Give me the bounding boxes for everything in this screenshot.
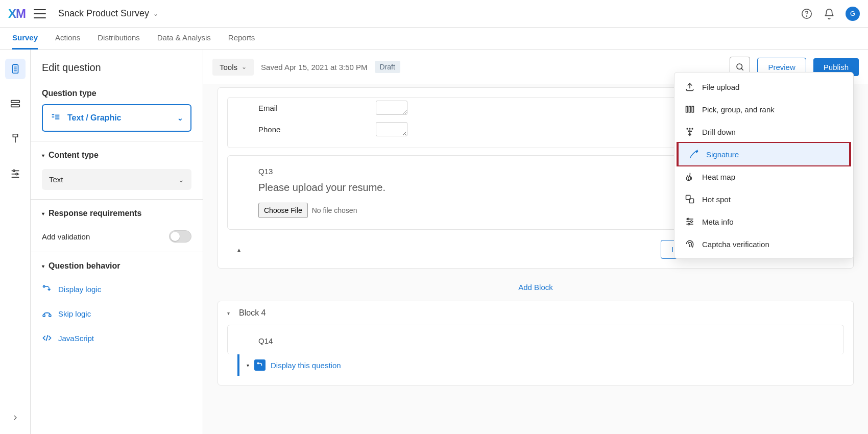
tab-data-analysis[interactable]: Data & Analysis — [157, 28, 211, 50]
add-block-link[interactable]: Add Block — [203, 280, 868, 301]
tab-actions[interactable]: Actions — [55, 28, 80, 50]
menu-signature[interactable]: Signature — [679, 143, 849, 165]
tab-reports[interactable]: Reports — [228, 28, 255, 50]
tools-button[interactable]: Tools ⌄ — [212, 59, 254, 76]
email-input[interactable] — [376, 101, 407, 115]
chevron-down-icon: ⌄ — [177, 114, 183, 122]
rail-expand-icon[interactable] — [11, 414, 19, 424]
display-logic-button[interactable]: Display logic — [31, 277, 203, 301]
menu-hot-spot[interactable]: Hot spot — [674, 188, 853, 210]
svg-point-33 — [691, 131, 692, 132]
email-label: Email — [258, 104, 376, 112]
svg-point-30 — [689, 128, 690, 129]
display-logic-icon — [42, 284, 52, 294]
svg-rect-26 — [686, 106, 688, 112]
tab-distributions[interactable]: Distributions — [98, 28, 140, 50]
svg-point-21 — [49, 315, 51, 317]
draft-badge: Draft — [375, 61, 400, 73]
skip-logic-button[interactable]: Skip logic — [31, 301, 203, 326]
svg-line-22 — [46, 335, 47, 341]
fingerprint-icon — [685, 239, 695, 249]
svg-rect-28 — [692, 106, 693, 112]
svg-point-40 — [687, 218, 689, 220]
menu-heat-map[interactable]: Heat map — [674, 165, 853, 188]
block4-title[interactable]: Block 4 — [239, 308, 266, 318]
chevron-down-icon: ⌄ — [178, 176, 184, 184]
panel-title: Edit question — [31, 62, 203, 83]
svg-point-12 — [15, 173, 17, 175]
svg-point-44 — [688, 223, 690, 225]
metainfo-icon — [685, 216, 695, 227]
svg-rect-7 — [11, 105, 19, 107]
content-type-dropdown[interactable]: Text ⌄ — [42, 169, 191, 190]
chevron-down-icon: ⌄ — [153, 10, 158, 17]
content-type-header[interactable]: ▾Content type — [31, 144, 203, 166]
svg-line-24 — [741, 68, 743, 70]
display-logic-badge-icon — [254, 359, 266, 371]
question-type-menu: File upload Pick, group, and rank Drill … — [674, 72, 854, 259]
saved-timestamp: Saved Apr 15, 2021 at 3:50 PM — [261, 63, 367, 71]
side-rail — [0, 50, 31, 434]
main-tabs: Survey Actions Distributions Data & Anal… — [0, 28, 868, 50]
collapse-caret-icon[interactable]: ▴ — [237, 246, 240, 253]
display-logic-bar[interactable]: ▾ Display this question — [237, 354, 834, 376]
phone-input[interactable] — [376, 122, 407, 136]
no-file-label: No file chosen — [312, 206, 357, 214]
svg-point-20 — [43, 315, 45, 317]
svg-point-10 — [13, 170, 15, 172]
question-behavior-header[interactable]: ▾Question behavior — [31, 255, 203, 277]
search-icon — [735, 62, 744, 71]
project-title-text: Snack Product Survey — [58, 8, 149, 19]
user-avatar[interactable]: G — [846, 7, 860, 21]
drilldown-icon — [685, 127, 695, 137]
columns-icon — [685, 104, 695, 114]
question-type-label: Question type — [31, 83, 203, 104]
svg-point-42 — [691, 221, 692, 222]
notifications-icon[interactable] — [823, 8, 835, 20]
svg-point-29 — [687, 128, 688, 129]
svg-point-47 — [257, 363, 258, 364]
menu-captcha[interactable]: Captcha verification — [674, 233, 853, 255]
project-title-dropdown[interactable]: Snack Product Survey ⌄ — [58, 8, 158, 19]
question-type-value: Text / Graphic — [67, 113, 122, 123]
menu-meta-info[interactable]: Meta info — [674, 210, 853, 233]
javascript-button[interactable]: JavaScript — [31, 326, 203, 350]
logic-caret-icon: ▾ — [247, 363, 249, 368]
content-type-value: Text — [49, 175, 63, 184]
svg-point-31 — [692, 128, 693, 129]
svg-point-32 — [688, 131, 689, 132]
heatmap-icon — [685, 172, 695, 182]
edit-question-panel: Edit question Question type Text / Graph… — [31, 50, 203, 434]
svg-rect-6 — [11, 101, 19, 103]
response-requirements-header[interactable]: ▾Response requirements — [31, 203, 203, 224]
rail-look-feel-icon[interactable] — [5, 128, 26, 149]
chevron-down-icon: ⌄ — [242, 63, 247, 70]
tab-survey[interactable]: Survey — [12, 28, 38, 50]
code-icon — [42, 333, 52, 343]
add-validation-toggle[interactable] — [169, 230, 191, 243]
display-logic-text: Display this question — [271, 361, 341, 370]
menu-drill-down[interactable]: Drill down — [674, 120, 853, 143]
help-icon[interactable] — [801, 8, 813, 20]
q14-number: Q14 — [258, 336, 813, 345]
svg-point-1 — [806, 16, 807, 16]
svg-point-19 — [43, 285, 45, 287]
choose-file-button[interactable]: Choose File — [258, 203, 308, 218]
hamburger-menu-icon[interactable] — [34, 8, 46, 20]
block-collapse-icon[interactable]: ▾ — [227, 310, 230, 316]
menu-file-upload[interactable]: File upload — [674, 76, 853, 98]
add-validation-label: Add validation — [42, 232, 90, 241]
question-type-select[interactable]: Text / Graphic ⌄ — [42, 104, 191, 132]
rail-questions-icon[interactable] — [5, 59, 26, 79]
phone-label: Phone — [258, 125, 376, 134]
svg-rect-27 — [689, 106, 690, 112]
rail-options-icon[interactable] — [5, 163, 26, 183]
text-graphic-icon — [50, 112, 61, 124]
hotspot-icon — [685, 194, 695, 204]
rail-flow-icon[interactable] — [5, 93, 26, 114]
svg-point-23 — [737, 64, 742, 69]
signature-icon — [689, 149, 699, 159]
menu-pick-group-rank[interactable]: Pick, group, and rank — [674, 98, 853, 120]
xm-logo[interactable]: XM — [8, 7, 26, 21]
skip-logic-icon — [42, 308, 52, 319]
